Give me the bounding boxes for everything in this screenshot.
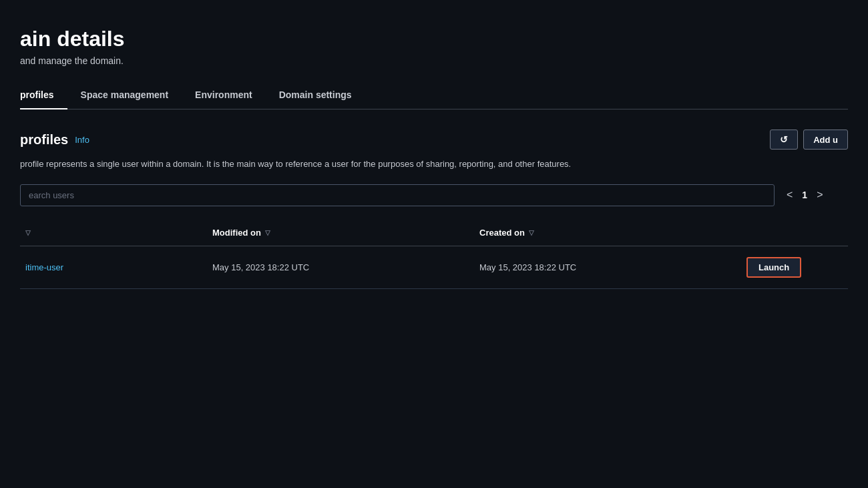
section-title: profiles [20,132,68,148]
created-on-label: Created on [479,228,525,238]
sort-icon-name: ▽ [25,229,31,236]
table-header-row: ▽ Modified on ▽ Created on ▽ [20,220,848,246]
table-header-modified-on[interactable]: Modified on ▽ [207,225,474,240]
search-input-wrap [20,184,775,206]
table-cell-action: Launch [741,254,848,280]
refresh-icon: ↺ [780,134,788,145]
section-actions: ↺ Add u [770,130,848,150]
table-cell-modified-on: May 15, 2023 18:22 UTC [207,260,474,275]
pagination-prev-button[interactable]: < [783,188,797,202]
table-row: itime-user May 15, 2023 18:22 UTC May 15… [20,246,848,289]
info-link[interactable]: Info [75,135,89,145]
page-title: ain details [20,27,848,51]
tabs-bar: profiles Space management Environment Do… [20,82,848,109]
tab-domain-settings[interactable]: Domain settings [279,83,365,109]
section-description: profile represents a single user within … [20,158,821,171]
sort-icon-created: ▽ [529,229,534,236]
section-header: profiles Info ↺ Add u [20,130,848,150]
user-profile-link[interactable]: itime-user [25,262,63,272]
launch-button[interactable]: Launch [746,257,801,278]
tab-profiles[interactable]: profiles [20,83,67,109]
table-container: ▽ Modified on ▽ Created on ▽ itime-user … [20,220,848,289]
table-header-created-on[interactable]: Created on ▽ [474,225,741,240]
page-subtitle: and manage the domain. [20,55,848,66]
table-cell-created-on: May 15, 2023 18:22 UTC [474,260,741,275]
pagination-wrap: < 1 > [783,188,827,202]
sort-icon-modified: ▽ [265,229,270,236]
table-cell-user-name: itime-user [20,260,207,275]
modified-on-label: Modified on [212,228,261,238]
pagination-current-page: 1 [802,190,807,200]
refresh-button[interactable]: ↺ [770,130,798,150]
table-header-name: ▽ [20,225,207,240]
table-header-actions [741,225,848,240]
search-pagination-row: < 1 > [20,184,848,206]
tab-space-management[interactable]: Space management [81,83,182,109]
tab-environment[interactable]: Environment [195,83,266,109]
pagination-next-button[interactable]: > [813,188,827,202]
add-user-button[interactable]: Add u [803,130,848,150]
search-input[interactable] [20,184,775,206]
section-title-wrap: profiles Info [20,132,89,148]
